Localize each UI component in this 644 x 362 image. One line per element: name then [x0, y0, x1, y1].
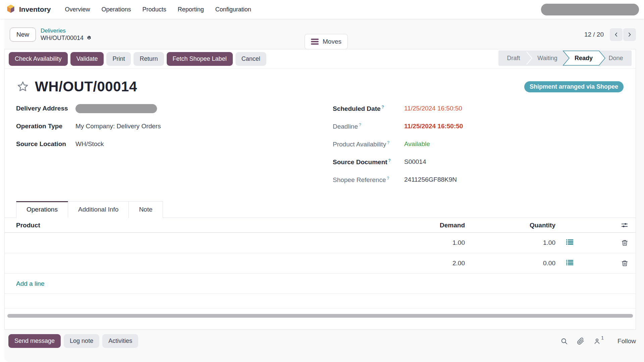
- follow-button[interactable]: Follow: [618, 337, 636, 345]
- follower-person-icon: [593, 337, 601, 345]
- scheduled-date-value[interactable]: 11/25/2024 16:50:50: [404, 104, 462, 112]
- tab-note[interactable]: Note: [129, 201, 163, 218]
- main-menu: Overview Operations Products Reporting C…: [60, 3, 256, 16]
- field-group-right: Scheduled Date? 11/25/2024 16:50:50 Dead…: [333, 104, 624, 193]
- validate-button[interactable]: Validate: [70, 52, 104, 66]
- field-shopee-reference: Shopee Reference? 2411256GF88K9N: [333, 175, 624, 184]
- fetch-shopee-label-button[interactable]: Fetch Shopee Label: [167, 52, 233, 66]
- shopee-reference-value[interactable]: 2411256GF88K9N: [404, 175, 457, 183]
- step-draft: Draft: [507, 55, 520, 61]
- help-icon: ?: [388, 158, 391, 163]
- notebook-tabs: Operations Additional Info Note: [5, 201, 636, 218]
- step-waiting: Waiting: [537, 55, 557, 61]
- demand-cell[interactable]: 2.00: [366, 260, 466, 267]
- print-button[interactable]: Print: [106, 52, 131, 66]
- quantity-cell[interactable]: 0.00: [466, 260, 557, 267]
- nav-item-products[interactable]: Products: [138, 3, 171, 16]
- moves-label: Moves: [323, 38, 341, 45]
- pager: 12 / 20: [584, 28, 636, 41]
- log-note-button[interactable]: Log note: [64, 334, 99, 348]
- product-availability-label: Product Availability: [333, 141, 386, 148]
- help-icon: ?: [382, 105, 384, 109]
- column-product[interactable]: Product: [5, 222, 366, 229]
- deadline-value[interactable]: 11/25/2024 16:50:50: [404, 122, 463, 130]
- source-location-value[interactable]: WH/Stock: [75, 140, 104, 148]
- state-stepper[interactable]: Draft Waiting Ready Done: [498, 50, 632, 67]
- shopee-reference-label: Shopee Reference: [333, 176, 386, 183]
- follower-count: 1: [601, 335, 604, 343]
- activities-button[interactable]: Activities: [102, 334, 138, 348]
- moves-smart-button[interactable]: Moves: [305, 34, 348, 49]
- field-delivery-address: Delivery Address: [16, 104, 325, 113]
- detailed-operations-icon[interactable]: [566, 260, 573, 266]
- systray-redacted[interactable]: [541, 4, 639, 15]
- nav-item-reporting[interactable]: Reporting: [173, 3, 209, 16]
- detailed-operations-icon[interactable]: [566, 239, 573, 245]
- tab-additional-info[interactable]: Additional Info: [68, 201, 129, 218]
- source-document-value[interactable]: S00014: [404, 157, 426, 166]
- field-scheduled-date: Scheduled Date? 11/25/2024 16:50:50: [333, 104, 624, 113]
- add-line-row: Add a line: [5, 274, 636, 294]
- return-button[interactable]: Return: [133, 52, 164, 66]
- empty-row: [5, 294, 636, 309]
- scheduled-date-label: Scheduled Date: [333, 105, 381, 112]
- chatter-toolbar: Send message Log note Activities: [4, 334, 636, 348]
- field-product-availability: Product Availability? Available: [333, 140, 624, 149]
- delete-row-icon[interactable]: [621, 239, 628, 246]
- optional-columns-icon[interactable]: [621, 222, 628, 229]
- tab-operations[interactable]: Operations: [16, 201, 68, 218]
- add-a-line-link[interactable]: Add a line: [16, 280, 45, 287]
- pager-next-button[interactable]: [623, 28, 636, 41]
- control-panel: New Deliveries WH/OUT/00014 Moves 12 / 2…: [4, 19, 644, 49]
- field-group-left: Delivery Address Operation Type My Compa…: [16, 104, 325, 193]
- gear-icon[interactable]: [86, 35, 92, 41]
- table-header: Product Demand Quantity: [5, 218, 636, 233]
- favorite-star-icon[interactable]: [16, 80, 30, 93]
- form-sheet: WH/OUT/00014 Shipment arranged via Shope…: [4, 69, 636, 330]
- search-messages-icon[interactable]: [560, 337, 568, 345]
- new-button[interactable]: New: [10, 28, 36, 42]
- field-source-location: Source Location WH/Stock: [16, 140, 325, 149]
- nav-item-configuration[interactable]: Configuration: [211, 3, 256, 16]
- table-row[interactable]: 2.00 0.00: [5, 253, 636, 274]
- cancel-button[interactable]: Cancel: [235, 52, 266, 66]
- nav-item-operations[interactable]: Operations: [97, 3, 136, 16]
- delivery-address-label: Delivery Address: [16, 104, 75, 112]
- field-operation-type: Operation Type My Company: Delivery Orde…: [16, 122, 325, 131]
- app-name: Inventory: [19, 5, 51, 13]
- help-icon: ?: [359, 123, 361, 127]
- column-quantity[interactable]: Quantity: [466, 222, 557, 229]
- operation-type-value[interactable]: My Company: Delivery Orders: [75, 122, 161, 130]
- chevron-right-icon: [626, 31, 633, 38]
- moves-lines-icon: [311, 39, 319, 45]
- product-availability-value: Available: [404, 140, 430, 148]
- nav-item-overview[interactable]: Overview: [60, 3, 95, 16]
- table-row[interactable]: 1.00 1.00: [5, 233, 636, 253]
- shipment-status-badge: Shipment arranged via Shopee: [524, 81, 624, 92]
- pager-previous-button[interactable]: [610, 28, 623, 41]
- demand-cell[interactable]: 1.00: [366, 239, 466, 246]
- operations-table: Product Demand Quantity: [5, 218, 636, 309]
- action-container: New Deliveries WH/OUT/00014 Moves 12 / 2…: [4, 19, 644, 362]
- field-groups: Delivery Address Operation Type My Compa…: [5, 95, 636, 193]
- source-location-label: Source Location: [16, 140, 75, 148]
- followers-button[interactable]: 1: [593, 337, 604, 345]
- horizontal-scrollbar[interactable]: [7, 314, 633, 318]
- attachments-icon[interactable]: [577, 337, 584, 345]
- delete-row-icon[interactable]: [621, 260, 628, 267]
- send-message-button[interactable]: Send message: [8, 334, 61, 348]
- inventory-app-icon: [6, 4, 15, 15]
- breadcrumb-current: WH/OUT/00014: [41, 34, 84, 42]
- column-demand[interactable]: Demand: [366, 222, 466, 229]
- delivery-address-redacted[interactable]: [75, 104, 157, 113]
- check-availability-button[interactable]: Check Availability: [9, 52, 68, 66]
- app-switcher[interactable]: Inventory: [6, 4, 51, 15]
- chevron-left-icon: [613, 31, 620, 38]
- quantity-cell[interactable]: 1.00: [466, 239, 557, 246]
- pager-counter: 12 / 20: [584, 31, 604, 38]
- help-icon: ?: [387, 176, 389, 181]
- top-navbar: Inventory Overview Operations Products R…: [0, 0, 644, 19]
- breadcrumb-deliveries[interactable]: Deliveries: [41, 27, 92, 34]
- step-done: Done: [608, 55, 623, 61]
- operation-type-label: Operation Type: [16, 122, 75, 130]
